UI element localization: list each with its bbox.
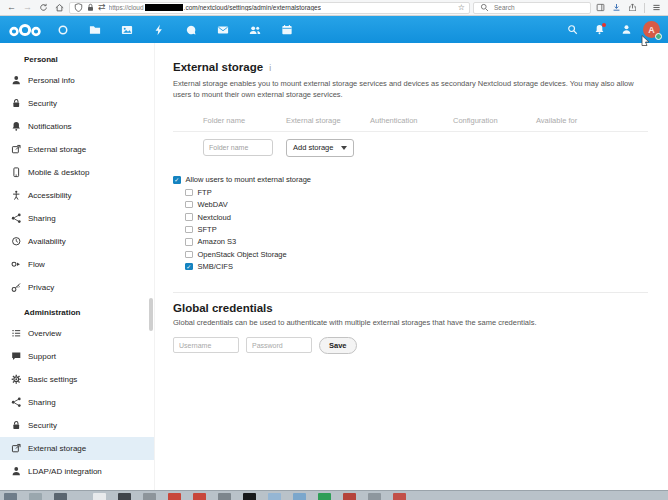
taskbar-app-icon[interactable] — [168, 493, 181, 500]
sidebar-item-sharing-admin[interactable]: Sharing — [0, 391, 154, 414]
username-field[interactable] — [173, 337, 239, 353]
new-mount-row: Add storage — [173, 139, 648, 157]
page-title: External storagei — [173, 61, 648, 73]
sidebar-item-sharing-personal[interactable]: Sharing — [0, 207, 154, 230]
home-icon[interactable] — [53, 2, 66, 14]
backend-nextcloud-row[interactable]: Nextcloud — [185, 211, 648, 223]
permissions-icon[interactable]: ⇄ — [98, 2, 106, 14]
photos-icon[interactable] — [116, 19, 138, 41]
taskbar-app-icon[interactable] — [243, 493, 256, 500]
shield-icon[interactable] — [74, 2, 83, 14]
sidebar-item-security-admin[interactable]: Security — [0, 414, 154, 437]
backend-amazons3-row[interactable]: Amazon S3 — [185, 236, 648, 248]
backend-ftp-checkbox[interactable] — [185, 189, 193, 197]
forward-icon[interactable]: → — [21, 2, 34, 14]
sidebar-section-administration: Administration — [0, 299, 154, 322]
calendar-icon[interactable] — [276, 19, 298, 41]
backend-smbcifs-checkbox[interactable]: ✓ — [185, 263, 193, 271]
backend-nextcloud-checkbox[interactable] — [185, 213, 193, 221]
menu-icon[interactable] — [650, 2, 663, 14]
app-menu — [52, 19, 298, 41]
search-placeholder: Search — [494, 4, 515, 11]
unified-search-icon[interactable] — [562, 20, 582, 40]
sidebar-item-flow[interactable]: Flow — [0, 253, 154, 276]
backend-sftp-checkbox[interactable] — [185, 226, 193, 234]
info-icon[interactable]: i — [269, 63, 271, 73]
sidebar-item-external-storage-personal[interactable]: External storage — [0, 138, 154, 161]
taskbar-app-icon[interactable] — [193, 493, 206, 500]
settings-sidebar: Personal Personal info Security Notifica… — [0, 43, 155, 490]
sidebar-item-accessibility[interactable]: Accessibility — [0, 184, 154, 207]
windows-taskbar[interactable] — [0, 490, 668, 500]
share-icon[interactable] — [626, 2, 639, 14]
taskbar-app-icon[interactable] — [293, 493, 306, 500]
sidebar-item-security[interactable]: Security — [0, 92, 154, 115]
taskbar-app-icon[interactable] — [54, 493, 67, 500]
taskbar-app-icon[interactable] — [368, 493, 381, 500]
url-text: https://cloud.com/nextcloud/settings/adm… — [109, 4, 321, 11]
taskbar-app-icon[interactable] — [143, 493, 156, 500]
backend-webdav-row[interactable]: WebDAV — [185, 199, 648, 211]
backend-webdav-checkbox[interactable] — [185, 201, 193, 209]
backend-ftp-row[interactable]: FTP — [185, 186, 648, 198]
sidebar-item-mobile-desktop[interactable]: Mobile & desktop — [0, 161, 154, 184]
download-icon[interactable] — [610, 2, 623, 14]
global-credentials-description: Global credentials can be used to authen… — [173, 318, 648, 329]
sidebar-item-ldap[interactable]: LDAP/AD integration — [0, 460, 154, 483]
url-bar[interactable]: ⇄ https://cloud.com/nextcloud/settings/a… — [69, 2, 470, 14]
contacts-menu-icon[interactable] — [616, 20, 636, 40]
taskbar-search-icon[interactable] — [29, 493, 42, 500]
user-icon — [10, 465, 23, 478]
nextcloud-logo[interactable] — [8, 22, 42, 38]
section-divider — [173, 292, 648, 293]
browser-toolbar: ← → ⇄ https://cloud.com/nextcloud/settin… — [0, 0, 668, 16]
taskbar-app-icon[interactable] — [268, 493, 281, 500]
taskbar-app-icon[interactable] — [343, 493, 356, 500]
activity-icon[interactable] — [148, 19, 170, 41]
files-icon[interactable] — [84, 19, 106, 41]
sidebar-item-external-storage-admin[interactable]: External storage — [0, 437, 154, 460]
backend-smbcifs-row[interactable]: ✓SMB/CIFS — [185, 260, 648, 272]
bookmark-star-icon[interactable]: ☆ — [458, 3, 465, 12]
reload-icon[interactable] — [37, 2, 50, 14]
folder-name-input[interactable] — [203, 139, 273, 156]
sidebar-icon[interactable] — [594, 2, 607, 14]
sidebar-item-overview[interactable]: Overview — [0, 322, 154, 345]
taskbar-start-icon[interactable] — [4, 493, 17, 500]
sidebar-item-support[interactable]: Support — [0, 345, 154, 368]
back-icon[interactable]: ← — [5, 2, 18, 14]
sidebar-item-privacy[interactable]: Privacy — [0, 276, 154, 299]
add-storage-select[interactable]: Add storage — [286, 139, 354, 157]
external-link-icon — [10, 442, 23, 455]
sidebar-scrollbar[interactable] — [149, 298, 153, 331]
notification-badge — [602, 23, 606, 27]
dashboard-icon[interactable] — [52, 19, 74, 41]
taskbar-app-icon[interactable] — [218, 493, 231, 500]
sidebar-item-basic-settings[interactable]: Basic settings — [0, 368, 154, 391]
sidebar-item-availability[interactable]: Availability — [0, 230, 154, 253]
taskbar-app-icon[interactable] — [393, 493, 406, 500]
notifications-icon[interactable] — [589, 20, 609, 40]
sidebar-section-personal: Personal — [0, 46, 154, 69]
allow-users-checkbox-row[interactable]: ✓ Allow users to mount external storage — [173, 174, 648, 186]
backend-sftp-row[interactable]: SFTP — [185, 223, 648, 235]
talk-icon[interactable] — [180, 19, 202, 41]
backend-amazons3-checkbox[interactable] — [185, 238, 193, 246]
search-icon — [478, 2, 491, 14]
taskbar-app-icon[interactable] — [93, 493, 106, 500]
password-field[interactable] — [246, 337, 312, 353]
save-button[interactable]: Save — [319, 337, 357, 354]
backend-openstack-row[interactable]: OpenStack Object Storage — [185, 248, 648, 260]
global-credentials-title: Global credentials — [173, 302, 648, 314]
sidebar-item-notifications[interactable]: Notifications — [0, 115, 154, 138]
browser-search[interactable]: Search — [473, 2, 591, 14]
contacts-icon[interactable] — [244, 19, 266, 41]
mail-icon[interactable] — [212, 19, 234, 41]
flow-icon — [10, 258, 23, 271]
taskbar-app-icon[interactable] — [318, 493, 331, 500]
col-external-storage: External storage — [286, 116, 370, 125]
taskbar-app-icon[interactable] — [118, 493, 131, 500]
backend-openstack-checkbox[interactable] — [185, 251, 193, 259]
sidebar-item-personal-info[interactable]: Personal info — [0, 69, 154, 92]
allow-users-checkbox[interactable]: ✓ — [173, 176, 181, 184]
